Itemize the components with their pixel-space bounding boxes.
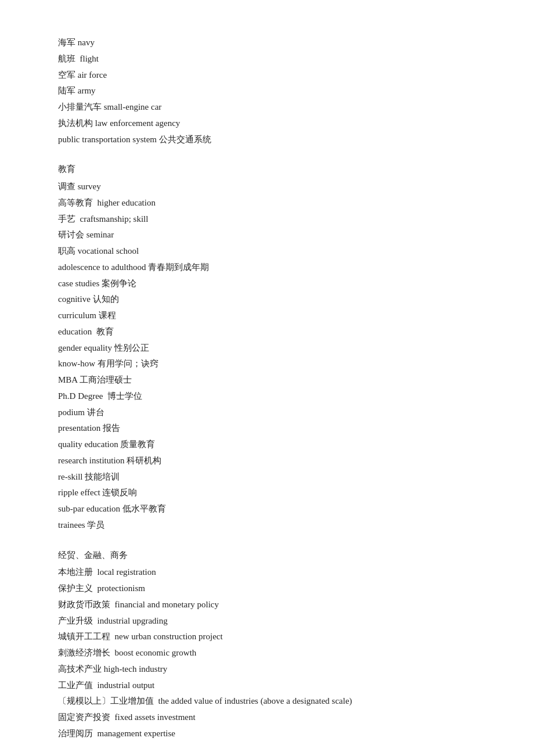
list-item: 固定资产投资 fixed assets investment: [58, 710, 476, 726]
section-business: 经贸、金融、商务本地注册 local registration保护主义 prot…: [58, 548, 476, 742]
page-content: 海军 navy航班 flight空军 air force陆军 army小排量汽车…: [58, 35, 476, 742]
list-item: re-skill 技能培训: [58, 469, 476, 485]
list-item: quality education 质量教育: [58, 437, 476, 453]
list-item: 职高 vocational school: [58, 243, 476, 260]
list-item: 调查 survey: [58, 179, 476, 195]
list-item: 工业产值 industrial output: [58, 678, 476, 694]
list-item: 执法机构 law enforcement agency: [58, 116, 476, 132]
section-header-business: 经贸、金融、商务: [58, 548, 476, 564]
section-military: 海军 navy航班 flight空军 air force陆军 army小排量汽车…: [58, 35, 476, 147]
list-item: 航班 flight: [58, 51, 476, 67]
list-item: 小排量汽车 small-engine car: [58, 99, 476, 116]
list-item: MBA 工商治理硕士: [58, 372, 476, 388]
list-item: sub-par education 低水平教育: [58, 501, 476, 517]
section-header-education: 教育: [58, 161, 476, 178]
list-item: know-how 有用学问；诀窍: [58, 356, 476, 372]
list-item: podium 讲台: [58, 405, 476, 421]
list-item: ripple effect 连锁反响: [58, 485, 476, 501]
list-item: case studies 案例争论: [58, 276, 476, 292]
list-item: research institution 科研机构: [58, 453, 476, 469]
list-item: presentation 报告: [58, 420, 476, 437]
list-item: 产业升级 industrial upgrading: [58, 613, 476, 629]
list-item: Ph.D Degree 博士学位: [58, 388, 476, 405]
list-item: 财政货币政策 financial and monetary policy: [58, 597, 476, 613]
list-item: 城镇开工工程 new urban construction project: [58, 629, 476, 645]
list-item: 刺激经济增长 boost economic growth: [58, 645, 476, 661]
list-item: education 教育: [58, 324, 476, 340]
list-item: adolescence to adulthood 青春期到成年期: [58, 260, 476, 276]
list-item: 本地注册 local registration: [58, 564, 476, 581]
list-item: 研讨会 seminar: [58, 227, 476, 243]
list-item: cognitive 认知的: [58, 291, 476, 308]
list-item: 手艺 craftsmanship; skill: [58, 211, 476, 228]
list-item: 空军 air force: [58, 67, 476, 84]
list-item: 陆军 army: [58, 83, 476, 99]
list-item: 保护主义 protectionism: [58, 581, 476, 597]
list-item: gender equality 性别公正: [58, 340, 476, 357]
list-item: public transportation system 公共交通系统: [58, 132, 476, 148]
list-item: 海军 navy: [58, 35, 476, 51]
list-item: 高技术产业 high-tech industry: [58, 661, 476, 678]
list-item: 治理阅历 management expertise: [58, 726, 476, 742]
list-item: trainees 学员: [58, 517, 476, 534]
list-item: 高等教育 higher education: [58, 195, 476, 211]
list-item: 〔规模以上〕工业增加值 the added value of industrie…: [58, 693, 476, 710]
section-education: 教育调查 survey高等教育 higher education手艺 craft…: [58, 161, 476, 533]
list-item: curriculum 课程: [58, 308, 476, 324]
